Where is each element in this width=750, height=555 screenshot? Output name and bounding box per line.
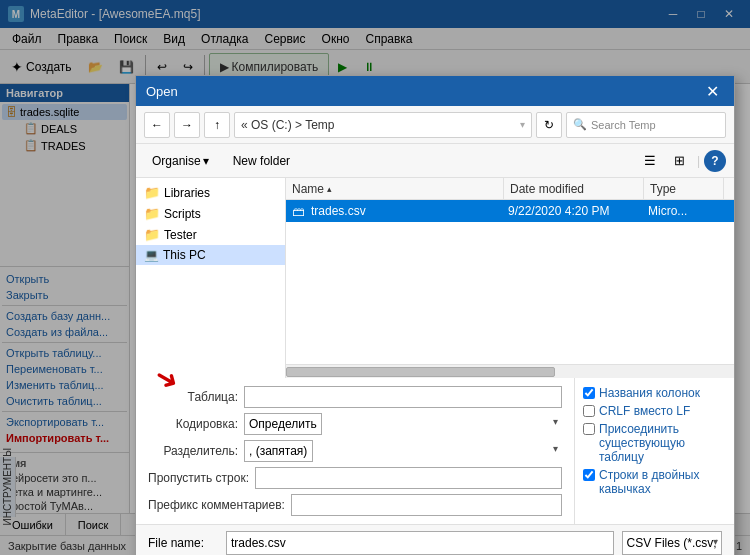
breadcrumb-text: « OS (C:) > Temp — [241, 118, 334, 132]
file-icon-trades: 🗃 — [292, 204, 305, 219]
filename-row: File name: CSV Files (*.csv;*.txt) — [136, 524, 734, 555]
encoding-select[interactable]: Определить — [244, 413, 322, 435]
up-button[interactable]: ↑ — [204, 112, 230, 138]
filetype-select[interactable]: CSV Files (*.csv;*.txt) — [622, 531, 722, 555]
new-folder-button[interactable]: New folder — [225, 148, 298, 174]
skip-rows-label: Пропустить строк: — [148, 471, 249, 485]
checkbox-attach: Присоединить существующую таблицу — [583, 422, 726, 464]
dialog-overlay: Open ✕ ← → ↑ « OS (C:) > Temp ▾ ↻ 🔍 Sear… — [0, 0, 750, 555]
checkbox-crlf: CRLF вместо LF — [583, 404, 726, 418]
checkbox-col-names: Названия колонок — [583, 386, 726, 400]
col-name-label: Name — [292, 182, 324, 196]
separator-label: Разделитель: — [148, 444, 238, 458]
file-list-header: Name ▴ Date modified Type — [286, 178, 734, 200]
folder-icon-scripts: 📁 — [144, 206, 160, 221]
form-row-encoding: Кодировка: Определить — [148, 413, 562, 435]
organise-label: Organise — [152, 154, 201, 168]
dialog-close-button[interactable]: ✕ — [700, 79, 724, 103]
form-fields: Таблица: Кодировка: Определить Разделите… — [136, 378, 574, 524]
pc-icon: 💻 — [144, 248, 159, 262]
dialog-toolbar: ← → ↑ « OS (C:) > Temp ▾ ↻ 🔍 Search Temp — [136, 106, 734, 144]
view-list-button[interactable]: ☰ — [637, 148, 663, 174]
folder-tester-label: Tester — [164, 228, 197, 242]
folder-scripts-label: Scripts — [164, 207, 201, 221]
quotes-checkbox[interactable] — [583, 469, 595, 481]
checkbox-quotes: Строки в двойных кавычках — [583, 468, 726, 496]
attach-label[interactable]: Присоединить существующую таблицу — [599, 422, 726, 464]
breadcrumb-chevron: ▾ — [520, 119, 525, 130]
file-date-trades: 9/22/2020 4:20 PM — [508, 204, 648, 218]
organise-button[interactable]: Organise ▾ — [144, 148, 217, 174]
bottom-form-area: Таблица: Кодировка: Определить Разделите… — [136, 378, 734, 524]
crlf-checkbox[interactable] — [583, 405, 595, 417]
breadcrumb[interactable]: « OS (C:) > Temp ▾ — [234, 112, 532, 138]
file-type-trades: Micro... — [648, 204, 728, 218]
encoding-label: Кодировка: — [148, 417, 238, 431]
folder-libraries[interactable]: 📁 Libraries — [136, 182, 285, 203]
folder-icon-libraries: 📁 — [144, 185, 160, 200]
file-list-panel: Name ▴ Date modified Type 🗃 trades.csv — [286, 178, 734, 378]
forward-button[interactable]: → — [174, 112, 200, 138]
folder-scripts[interactable]: 📁 Scripts — [136, 203, 285, 224]
dialog-title: Open — [146, 84, 178, 99]
new-folder-label: New folder — [233, 154, 290, 168]
dialog-content: 📁 Libraries 📁 Scripts 📁 Tester 💻 This PC — [136, 178, 734, 378]
col-names-checkbox[interactable] — [583, 387, 595, 399]
quotes-label[interactable]: Строки в двойных кавычках — [599, 468, 726, 496]
view-details-button[interactable]: ⊞ — [667, 148, 693, 174]
folder-icon-tester: 📁 — [144, 227, 160, 242]
col-type-label: Type — [650, 182, 676, 196]
scrollbar-thumb[interactable] — [286, 367, 555, 377]
file-name-trades: trades.csv — [311, 204, 508, 218]
sort-arrow: ▴ — [327, 184, 332, 194]
filename-label: File name: — [148, 536, 218, 550]
horizontal-scrollbar[interactable] — [286, 364, 734, 378]
col-names-label[interactable]: Названия колонок — [599, 386, 700, 400]
folder-libraries-label: Libraries — [164, 186, 210, 200]
separator-select[interactable]: , (запятая) — [244, 440, 313, 462]
attach-checkbox[interactable] — [583, 423, 595, 435]
skip-rows-input[interactable] — [255, 467, 562, 489]
col-name[interactable]: Name ▴ — [286, 178, 504, 199]
form-row-separator: Разделитель: , (запятая) — [148, 440, 562, 462]
organise-chevron: ▾ — [203, 154, 209, 168]
dialog-title-bar: Open ✕ — [136, 76, 734, 106]
file-list: 🗃 trades.csv 9/22/2020 4:20 PM Micro... — [286, 200, 734, 364]
form-row-prefix: Префикс комментариев: — [148, 494, 562, 516]
folder-tester[interactable]: 📁 Tester — [136, 224, 285, 245]
crlf-label[interactable]: CRLF вместо LF — [599, 404, 690, 418]
folder-tree-panel: 📁 Libraries 📁 Scripts 📁 Tester 💻 This PC — [136, 178, 286, 378]
col-date[interactable]: Date modified — [504, 178, 644, 199]
filename-input[interactable] — [226, 531, 614, 555]
file-item-trades-csv[interactable]: 🗃 trades.csv 9/22/2020 4:20 PM Micro... — [286, 200, 734, 222]
open-dialog: Open ✕ ← → ↑ « OS (C:) > Temp ▾ ↻ 🔍 Sear… — [135, 75, 735, 555]
col-type[interactable]: Type — [644, 178, 724, 199]
prefix-input[interactable] — [291, 494, 562, 516]
checkboxes-section: Названия колонок CRLF вместо LF Присоеди… — [574, 378, 734, 524]
refresh-button[interactable]: ↻ — [536, 112, 562, 138]
search-placeholder: Search Temp — [591, 119, 656, 131]
table-input[interactable] — [244, 386, 562, 408]
back-button[interactable]: ← — [144, 112, 170, 138]
search-box[interactable]: 🔍 Search Temp — [566, 112, 726, 138]
form-row-skip: Пропустить строк: — [148, 467, 562, 489]
view-separator: | — [697, 154, 700, 168]
col-date-label: Date modified — [510, 182, 584, 196]
folder-thispc-label: This PC — [163, 248, 206, 262]
search-icon: 🔍 — [573, 118, 587, 131]
action-bar: Organise ▾ New folder ☰ ⊞ | ? — [136, 144, 734, 178]
form-row-table: Таблица: — [148, 386, 562, 408]
help-button[interactable]: ? — [704, 150, 726, 172]
prefix-label: Префикс комментариев: — [148, 498, 285, 512]
folder-this-pc[interactable]: 💻 This PC — [136, 245, 285, 265]
